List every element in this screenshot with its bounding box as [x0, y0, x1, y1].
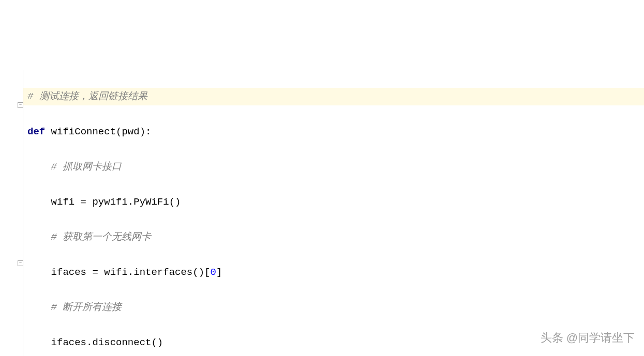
comment-text: # 断开所有连接	[27, 302, 122, 313]
code-line[interactable]: ifaces.disconnect()	[27, 334, 644, 351]
code-line[interactable]: # 测试连接，返回链接结果	[23, 88, 644, 105]
code-line[interactable]: # 获取第一个无线网卡	[27, 228, 644, 246]
comment-text: # 测试连接，返回链接结果	[27, 91, 147, 102]
code-line[interactable]: def wifiConnect(pwd):	[27, 123, 644, 141]
code-line[interactable]: # 抓取网卡接口	[27, 158, 644, 176]
paren: ):	[140, 126, 152, 137]
keyword-def: def	[27, 126, 45, 137]
code-line[interactable]: wifi = pywifi.PyWiFi()	[27, 193, 644, 211]
code-editor[interactable]: − − # 测试连接，返回链接结果 def wifiConnect(pwd): …	[0, 70, 644, 356]
gutter: − −	[0, 70, 23, 356]
fold-icon[interactable]: −	[18, 102, 23, 108]
code-text: ifaces.disconnect()	[27, 337, 163, 348]
code-text: ifaces = wifi.interfaces()[	[27, 267, 210, 278]
paren: (	[116, 126, 122, 137]
code-text: ]	[216, 267, 222, 278]
code-line[interactable]: # 断开所有连接	[27, 299, 644, 316]
comment-text: # 抓取网卡接口	[27, 161, 122, 173]
code-text: wifi = pywifi.PyWiFi()	[27, 196, 181, 208]
parameter: pwd	[122, 126, 139, 137]
number-literal: 0	[210, 267, 216, 278]
function-name: wifiConnect	[45, 126, 116, 137]
comment-text: # 获取第一个无线网卡	[27, 231, 151, 243]
code-area[interactable]: # 测试连接，返回链接结果 def wifiConnect(pwd): # 抓取…	[23, 70, 644, 356]
fold-icon[interactable]: −	[18, 260, 23, 266]
code-line[interactable]: ifaces = wifi.interfaces()[0]	[27, 264, 644, 281]
